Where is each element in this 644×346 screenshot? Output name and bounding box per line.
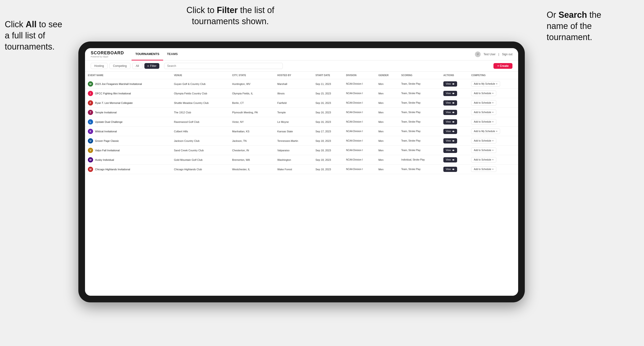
view-button-1[interactable]: View	[443, 91, 457, 96]
add-schedule-button-5[interactable]: Add to My Schedule +	[471, 129, 500, 134]
cell-event-name-3: T Temple Invitational	[85, 108, 171, 117]
col-competing: COMPETING	[468, 72, 518, 79]
filter-label: Filter	[150, 64, 156, 68]
cell-event-name-8: W Husky Individual	[85, 155, 171, 165]
add-schedule-button-9[interactable]: Add to Schedule +	[471, 167, 496, 172]
plus-icon: +	[492, 149, 494, 152]
nav-right: U Test User | Sign out	[475, 51, 512, 57]
svg-text:W: W	[89, 159, 92, 161]
add-schedule-button-1[interactable]: Add to Schedule +	[471, 91, 496, 96]
cell-scoring-4: Team, Stroke Play	[398, 117, 440, 127]
add-schedule-button-6[interactable]: Add to Schedule +	[471, 138, 496, 144]
cell-scoring-0: Team, Stroke Play	[398, 79, 440, 89]
cell-city-state-2: Berlin, CT	[230, 98, 274, 108]
cell-city-state-1: Olympia Fields, IL	[230, 89, 274, 98]
view-button-8[interactable]: View	[443, 157, 457, 163]
cell-gender-4: Men	[376, 117, 398, 127]
team-logo-9: W	[88, 167, 93, 172]
logo-title: SCOREBOARD	[91, 50, 124, 55]
tab-all[interactable]: All	[132, 63, 142, 69]
view-button-9[interactable]: View	[443, 167, 457, 172]
cell-hosted-by-1: Illinois	[274, 89, 313, 98]
create-button[interactable]: + Create	[494, 63, 512, 69]
view-button-2[interactable]: View	[443, 100, 457, 106]
col-event-name: EVENT NAME	[85, 72, 171, 79]
view-button-3[interactable]: View	[443, 110, 457, 115]
cell-gender-9: Men	[376, 165, 398, 174]
view-button-5[interactable]: View	[443, 129, 457, 134]
cell-city-state-7: Chesterton, IN	[230, 146, 274, 155]
cell-event-name-6: U Grover Page Classic	[85, 136, 171, 146]
cell-division-6: NCAA Division I	[343, 136, 376, 146]
add-schedule-button-0[interactable]: Add to My Schedule +	[471, 81, 500, 87]
cell-division-1: NCAA Division I	[343, 89, 376, 98]
team-logo-8: W	[88, 157, 93, 163]
cell-city-state-9: Westchester, IL	[230, 165, 274, 174]
signout-link[interactable]: Sign out	[502, 53, 512, 56]
cell-gender-5: Men	[376, 127, 398, 136]
tab-competing[interactable]: Competing	[110, 63, 130, 69]
add-schedule-button-2[interactable]: Add to Schedule +	[471, 100, 496, 106]
col-division: DIVISION	[343, 72, 376, 79]
view-button-7[interactable]: View	[443, 148, 457, 153]
cell-scoring-3: Team, Stroke Play	[398, 108, 440, 117]
logo-area: SCOREBOARD Powered by clippd	[91, 50, 124, 58]
cell-event-name-1: I OFCC Fighting Illini Invitational	[85, 89, 171, 98]
cell-hosted-by-9: Wake Forest	[274, 165, 313, 174]
svg-text:U: U	[90, 140, 91, 142]
nav-teams[interactable]: TEAMS	[163, 48, 182, 60]
cell-gender-2: Men	[376, 98, 398, 108]
view-button-6[interactable]: View	[443, 138, 457, 144]
table-row: F Ryan T. Lee Memorial Collegiate Shuttl…	[85, 98, 518, 108]
event-name-text-3: Temple Invitational	[95, 111, 116, 114]
nav-separator: |	[498, 53, 499, 56]
add-schedule-button-8[interactable]: Add to Schedule +	[471, 157, 496, 163]
nav-tournaments[interactable]: TOURNAMENTS	[132, 48, 163, 60]
eye-icon	[452, 102, 455, 104]
event-name-text-1: OFCC Fighting Illini Invitational	[95, 92, 131, 95]
cell-division-3: NCAA Division I	[343, 108, 376, 117]
cell-city-state-5: Manhattan, KS	[230, 127, 274, 136]
cell-start-date-9: Sep 18, 2023	[312, 165, 343, 174]
cell-actions-4: View	[440, 117, 468, 127]
view-button-4[interactable]: View	[443, 119, 457, 125]
cell-competing-0: Add to My Schedule +	[468, 79, 518, 89]
cell-event-name-5: K Wildcat Invitational	[85, 127, 171, 136]
filter-button[interactable]: ≡ Filter	[144, 63, 159, 69]
event-name-text-8: Husky Individual	[95, 159, 114, 161]
cell-actions-8: View	[440, 155, 468, 165]
cell-actions-9: View	[440, 165, 468, 174]
team-logo-1: I	[88, 91, 93, 96]
view-button-0[interactable]: View	[443, 81, 457, 87]
plus-icon: +	[492, 168, 494, 171]
event-name-text-6: Grover Page Classic	[95, 140, 119, 142]
cell-actions-3: View	[440, 108, 468, 117]
add-schedule-button-4[interactable]: Add to Schedule +	[471, 119, 496, 125]
add-schedule-button-7[interactable]: Add to Schedule +	[471, 148, 496, 153]
table-row: L Upstate Dual Challenge Ravenwood Golf …	[85, 117, 518, 127]
table-row: W Chicago Highlands Invitational Chicago…	[85, 165, 518, 174]
search-input[interactable]	[164, 63, 283, 69]
cell-hosted-by-3: Temple	[274, 108, 313, 117]
plus-icon: +	[492, 92, 494, 95]
cell-event-name-0: M 2023 Joe Feaganes Marshall Invitationa…	[85, 79, 171, 89]
cell-competing-8: Add to Schedule +	[468, 155, 518, 165]
cell-start-date-2: Sep 16, 2023	[312, 98, 343, 108]
plus-icon: +	[492, 159, 494, 161]
table-row: I OFCC Fighting Illini Invitational Olym…	[85, 89, 518, 98]
cell-venue-6: Jackson Country Club	[171, 136, 229, 146]
tab-hosting[interactable]: Hosting	[91, 63, 108, 69]
svg-text:I: I	[90, 92, 91, 95]
cell-competing-7: Add to Schedule +	[468, 146, 518, 155]
cell-hosted-by-8: Washington	[274, 155, 313, 165]
table-row: M 2023 Joe Feaganes Marshall Invitationa…	[85, 79, 518, 89]
cell-gender-0: Men	[376, 79, 398, 89]
cell-hosted-by-2: Fairfield	[274, 98, 313, 108]
svg-text:V: V	[90, 149, 92, 152]
col-start-date: START DATE	[312, 72, 343, 79]
table-body: M 2023 Joe Feaganes Marshall Invitationa…	[85, 79, 518, 174]
add-schedule-button-3[interactable]: Add to Schedule +	[471, 110, 496, 115]
cell-competing-2: Add to Schedule +	[468, 98, 518, 108]
eye-icon	[452, 92, 455, 95]
cell-actions-0: View	[440, 79, 468, 89]
